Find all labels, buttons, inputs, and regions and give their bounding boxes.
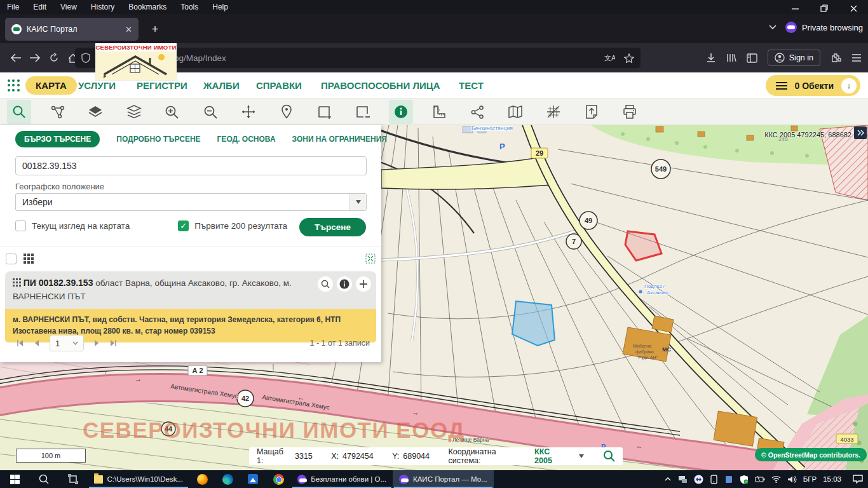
tray-security-shield-icon[interactable] [740,475,749,484]
taskbar-chrome-icon[interactable] [266,470,291,488]
tab-close-icon[interactable]: ✕ [125,25,132,34]
page-next-icon[interactable] [89,336,105,350]
browser-tab[interactable]: КАИС Портал ✕ [5,18,139,41]
result-zoom-icon[interactable] [318,276,333,292]
zoom-out-tool-icon[interactable] [198,100,222,124]
nav-item-pravosposobni-lica[interactable]: ПРАВОСПОСОБНИ ЛИЦА [321,72,440,98]
tab-quick-search[interactable]: БЪРЗО ТЪРСЕНЕ [15,131,100,147]
taskbar-window-2[interactable]: КАИС Портал — Mo... [393,470,494,488]
zoom-to-results-icon[interactable] [365,254,376,264]
library-icon[interactable] [726,53,736,63]
downloads-icon[interactable] [706,53,716,63]
pan-tool-icon[interactable] [236,100,261,124]
layers-solid-tool-icon[interactable] [83,100,107,124]
tray-phone-icon[interactable] [710,475,718,484]
taskbar-explorer-window[interactable]: C:\Users\Win10\Desk... [88,470,189,488]
nav-item-zhalbi[interactable]: ЖАЛБИ [203,72,240,98]
tray-remote-icon[interactable] [678,475,688,484]
zoom-in-tool-icon[interactable] [159,100,184,124]
taskbar-search-icon[interactable] [29,470,58,488]
current-view-label: Текущ изглед на картата [32,221,130,231]
badge-7-label: 7 [572,238,576,245]
menu-tools[interactable]: Tools [173,0,205,14]
tab-detailed-search[interactable]: ПОДРОБНО ТЪРСЕНЕ [116,135,200,144]
osm-attribution[interactable]: © OpenStreetMap contributors. [755,448,867,461]
export-tool-icon[interactable] [580,100,604,124]
tray-battery-icon[interactable] [755,475,765,483]
apps-grid-icon[interactable] [8,79,20,92]
result-info-icon[interactable] [337,276,352,292]
start-button[interactable] [0,470,29,488]
app-menu-icon[interactable] [851,53,862,62]
first200-checkbox[interactable]: ✓ [178,220,189,231]
menu-file[interactable]: File [0,0,26,14]
reload-icon[interactable] [44,48,64,67]
task-view-icon[interactable] [58,470,88,488]
tab-restriction-zones[interactable]: ЗОНИ НА ОГРАНИЧЕНИЯ [292,135,387,144]
crs-select[interactable]: ККС 2005 [534,447,569,465]
search-input[interactable] [15,156,367,175]
extensions-icon[interactable] [831,53,841,64]
location-pin-tool-icon[interactable] [275,100,299,124]
snap-route-tool-icon[interactable] [46,100,70,124]
tab-geodetic-basis[interactable]: ГЕОД. ОСНОВА [217,135,276,144]
tray-overflow-icon[interactable] [664,475,672,483]
objects-count-button[interactable]: 0 Обекти ↓ [766,75,860,96]
tray-sync-icon[interactable] [694,475,703,484]
menu-view[interactable]: View [53,0,84,14]
search-button[interactable]: Търсене [299,218,366,236]
remove-extent-tool-icon[interactable] [351,100,375,124]
page-select[interactable]: 1 [50,335,84,351]
result-add-icon[interactable] [356,276,371,292]
back-icon[interactable] [6,48,25,67]
current-view-checkbox[interactable] [15,220,26,231]
crs-dropdown-icon[interactable] [579,454,584,458]
geo-dropdown-icon[interactable] [349,194,366,210]
forward-icon[interactable] [25,48,44,67]
coordinates-grid-tool-icon[interactable] [541,100,566,124]
nav-item-karta[interactable]: КАРТА [25,76,77,95]
page-first-icon[interactable] [11,336,28,350]
page-last-icon[interactable] [105,336,122,350]
agency-logo-house-icon [95,51,175,78]
search-tool-icon[interactable] [7,100,31,124]
geo-position-select[interactable]: Избери [15,193,367,211]
menu-help[interactable]: Help [205,0,235,14]
new-tab-button[interactable]: + [147,22,163,37]
print-tool-icon[interactable] [618,100,642,124]
list-tabs-chevron-icon[interactable] [769,25,776,30]
taskbar-window-1[interactable]: Безплатни обяви | O... [291,470,393,488]
layers-tool-icon[interactable] [122,100,146,124]
info-tool-icon[interactable] [389,100,413,124]
sidebar-icon[interactable] [747,53,757,63]
nav-item-test[interactable]: ТЕСТ [459,72,484,98]
objects-download-icon[interactable]: ↓ [841,78,857,93]
tray-language-indicator[interactable]: БГР [803,475,817,483]
menu-edit[interactable]: Edit [26,0,53,14]
result-item[interactable]: ПИ 00182.39.153 област Варна, община Акс… [5,271,376,342]
menu-history[interactable]: History [84,0,121,14]
taskbar-firefox-icon[interactable] [189,470,215,488]
tray-wifi-icon[interactable] [771,475,781,483]
shield-icon[interactable] [81,53,90,63]
sign-in-button[interactable]: Sign in [768,50,820,66]
share-network-tool-icon[interactable] [465,100,489,124]
basemap-tool-icon[interactable] [503,100,527,124]
panel-collapse-icon[interactable] [854,126,867,139]
result-header[interactable]: ПИ 00182.39.153 област Варна, община Акс… [5,271,376,309]
nav-item-spravki[interactable]: СПРАВКИ [256,72,302,98]
translate-icon[interactable]: 文A [604,53,615,63]
coords-search-icon[interactable] [603,450,615,463]
tray-display-icon[interactable] [724,475,733,484]
measure-tool-icon[interactable] [427,100,451,124]
tray-volume-icon[interactable] [787,475,797,484]
action-center-icon[interactable] [853,475,863,484]
taskbar-photos-icon[interactable] [240,470,266,488]
add-extent-tool-icon[interactable] [313,100,337,124]
menu-bookmarks[interactable]: Bookmarks [121,0,173,14]
taskbar-edge-icon[interactable] [215,470,240,488]
select-all-checkbox[interactable] [6,254,17,264]
page-prev-icon[interactable] [28,336,44,350]
bookmark-star-icon[interactable] [624,53,634,63]
tray-clock[interactable]: 15:03 [823,475,841,483]
